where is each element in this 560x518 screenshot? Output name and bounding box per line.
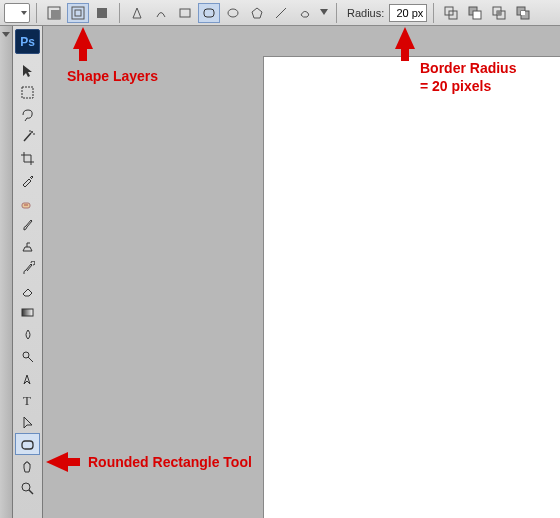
rectangle-shape-icon[interactable]	[174, 3, 196, 23]
annotation-arrow-rounded-rect	[46, 452, 68, 472]
canvas-area	[43, 26, 560, 518]
custom-shape-icon[interactable]	[294, 3, 316, 23]
photoshop-logo-icon: Ps	[15, 29, 40, 54]
svg-rect-28	[22, 309, 33, 316]
gradient-tool[interactable]	[15, 301, 40, 323]
svg-rect-32	[22, 441, 33, 449]
separator	[336, 3, 337, 23]
shape-options-dropdown-icon[interactable]	[318, 3, 330, 23]
tool-preset-picker[interactable]	[4, 3, 30, 23]
magic-wand-tool[interactable]	[15, 125, 40, 147]
expand-panels-icon	[2, 32, 10, 37]
options-bar: Radius:	[0, 0, 560, 26]
svg-rect-4	[97, 8, 107, 18]
svg-rect-1	[51, 10, 60, 19]
paths-mode-icon[interactable]	[67, 3, 89, 23]
svg-rect-17	[497, 11, 501, 15]
document-canvas[interactable]	[263, 56, 560, 518]
svg-rect-5	[180, 9, 190, 17]
blur-tool[interactable]	[15, 323, 40, 345]
shape-layers-mode-icon[interactable]	[43, 3, 65, 23]
shape-tools-group	[126, 3, 330, 23]
svg-marker-8	[252, 8, 262, 18]
rounded-rectangle-tool[interactable]	[15, 433, 40, 455]
path-selection-tool[interactable]	[15, 411, 40, 433]
move-tool[interactable]	[15, 59, 40, 81]
brush-tool[interactable]	[15, 213, 40, 235]
eyedropper-tool[interactable]	[15, 169, 40, 191]
tools-panel: Ps T	[13, 26, 43, 518]
svg-line-34	[29, 490, 33, 494]
hand-tool[interactable]	[15, 455, 40, 477]
svg-rect-2	[72, 7, 84, 19]
separator	[433, 3, 434, 23]
healing-brush-tool[interactable]	[15, 191, 40, 213]
svg-point-23	[31, 131, 33, 133]
pen-tool[interactable]	[15, 367, 40, 389]
radius-label: Radius:	[347, 7, 384, 19]
exclude-shape-icon[interactable]	[512, 3, 534, 23]
svg-rect-6	[204, 9, 214, 17]
draw-mode-group	[43, 3, 113, 23]
intersect-shape-icon[interactable]	[488, 3, 510, 23]
svg-point-33	[22, 483, 30, 491]
rounded-rectangle-shape-icon[interactable]	[198, 3, 220, 23]
freeform-pen-icon[interactable]	[150, 3, 172, 23]
radius-input[interactable]	[389, 4, 427, 22]
annotation-arrow-radius	[395, 27, 415, 49]
path-operations-group	[440, 3, 534, 23]
annotation-arrow-shape-layers	[73, 27, 93, 49]
svg-marker-10	[320, 9, 328, 15]
subtract-from-shape-icon[interactable]	[464, 3, 486, 23]
svg-rect-14	[473, 11, 481, 19]
pen-icon[interactable]	[126, 3, 148, 23]
zoom-tool[interactable]	[15, 477, 40, 499]
lasso-tool[interactable]	[15, 103, 40, 125]
history-brush-tool[interactable]	[15, 257, 40, 279]
svg-point-7	[228, 9, 238, 17]
svg-line-9	[276, 8, 286, 18]
svg-rect-3	[75, 10, 81, 16]
separator	[119, 3, 120, 23]
separator	[36, 3, 37, 23]
svg-line-22	[24, 133, 31, 141]
svg-text:T: T	[23, 393, 31, 408]
svg-rect-20	[521, 11, 525, 15]
line-shape-icon[interactable]	[270, 3, 292, 23]
type-tool[interactable]: T	[15, 389, 40, 411]
dodge-tool[interactable]	[15, 345, 40, 367]
crop-tool[interactable]	[15, 147, 40, 169]
panel-dock-tab[interactable]	[0, 26, 13, 518]
marquee-tool[interactable]	[15, 81, 40, 103]
clone-stamp-tool[interactable]	[15, 235, 40, 257]
svg-line-30	[28, 357, 33, 362]
polygon-shape-icon[interactable]	[246, 3, 268, 23]
add-to-shape-icon[interactable]	[440, 3, 462, 23]
eraser-tool[interactable]	[15, 279, 40, 301]
ellipse-shape-icon[interactable]	[222, 3, 244, 23]
workspace: Ps T	[0, 26, 560, 518]
svg-rect-21	[22, 87, 33, 98]
fill-pixels-mode-icon[interactable]	[91, 3, 113, 23]
